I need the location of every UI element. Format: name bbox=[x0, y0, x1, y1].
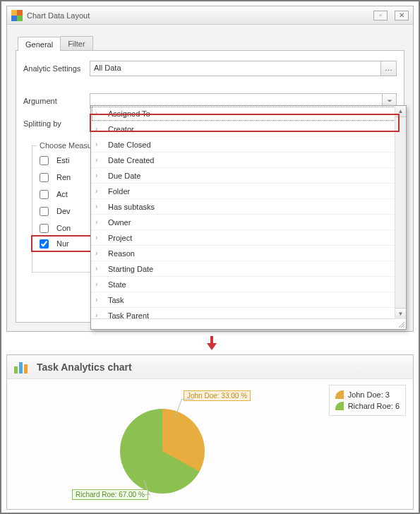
measure-label: Act bbox=[56, 190, 68, 198]
measure-checkbox[interactable] bbox=[40, 207, 49, 216]
chart-legend: John Doe: 3 Richard Roe: 6 bbox=[329, 385, 406, 416]
dropdown-item-label: Folder bbox=[108, 187, 130, 196]
window-close-button[interactable]: ✕ bbox=[395, 11, 409, 20]
measure-label: Ren bbox=[56, 173, 71, 181]
measure-row[interactable]: Esti bbox=[32, 152, 99, 169]
dropdown-item[interactable]: ›Reason bbox=[91, 246, 406, 261]
argument-label: Argument bbox=[23, 97, 90, 105]
pie-chart bbox=[120, 409, 205, 494]
dropdown-item[interactable]: ›Has subtasks bbox=[91, 199, 406, 215]
dropdown-item[interactable]: ›Task bbox=[91, 292, 406, 308]
task-analytics-chart-panel: Task Analytics chart John Doe: 3 Richard… bbox=[6, 354, 414, 510]
dropdown-item[interactable]: ›Task Parent bbox=[91, 308, 406, 319]
scroll-down-button[interactable]: ▼ bbox=[395, 308, 406, 319]
choose-measures-title: Choose Measur bbox=[37, 141, 97, 150]
dropdown-item[interactable]: ›State bbox=[91, 277, 406, 292]
dropdown-item-label: Due Date bbox=[108, 172, 140, 180]
chevron-right-icon: › bbox=[95, 125, 104, 133]
measure-label: Con bbox=[56, 224, 71, 232]
chevron-right-icon: › bbox=[95, 218, 104, 226]
dropdown-item[interactable]: ›Owner bbox=[91, 215, 406, 230]
measure-label: Nur bbox=[56, 239, 69, 248]
chevron-right-icon: › bbox=[95, 172, 104, 179]
dropdown-item[interactable]: ›Date Created bbox=[91, 153, 406, 168]
dropdown-item-label: Assigned To bbox=[108, 109, 150, 118]
chart-icon bbox=[14, 361, 30, 373]
chevron-right-icon: › bbox=[95, 234, 104, 241]
dropdown-item-label: Date Created bbox=[108, 156, 154, 165]
splitting-by-dropdown-list[interactable]: ›Assigned To›Creator›Date Closed›Date Cr… bbox=[90, 105, 407, 330]
dropdown-item[interactable]: ›Folder bbox=[91, 184, 406, 199]
legend-item-john: John Doe: 3 bbox=[335, 389, 400, 400]
measure-row[interactable]: Ren bbox=[32, 169, 99, 186]
callout-leader-line bbox=[182, 399, 193, 400]
app-icon bbox=[11, 10, 23, 21]
flow-arrow-icon bbox=[1, 332, 420, 354]
dropdown-item-label: Starting Date bbox=[108, 265, 153, 273]
scroll-up-button[interactable]: ▲ bbox=[395, 106, 406, 117]
analytic-settings-field[interactable]: All Data bbox=[90, 61, 381, 76]
choose-measures-group: Choose Measur Esti Ren Act Dev Con Nur bbox=[32, 145, 100, 273]
analytic-settings-label: Analytic Settings bbox=[23, 64, 90, 73]
dropdown-scrollbar[interactable]: ▲ ▼ bbox=[395, 106, 406, 319]
dropdown-item-label: Task Parent bbox=[108, 311, 149, 320]
chart-header: Task Analytics chart bbox=[7, 355, 413, 379]
chart-body: John Doe: 3 Richard Roe: 6 John Doe: 33.… bbox=[7, 379, 413, 509]
legend-swatch-icon bbox=[335, 390, 344, 399]
chevron-right-icon: › bbox=[95, 296, 104, 304]
dropdown-item-label: Owner bbox=[108, 218, 131, 227]
measure-row[interactable]: Dev bbox=[32, 203, 99, 220]
chevron-right-icon: › bbox=[95, 187, 104, 195]
dialog-titlebar: Chart Data Layout ▫ ✕ bbox=[7, 6, 413, 25]
analytic-settings-browse-button[interactable]: … bbox=[381, 61, 397, 76]
dropdown-resize-grip[interactable] bbox=[91, 319, 406, 329]
tab-filter[interactable]: Filter bbox=[60, 36, 92, 50]
dropdown-item[interactable]: ›Starting Date bbox=[91, 261, 406, 277]
measure-label: Esti bbox=[56, 156, 69, 165]
measure-checkbox[interactable] bbox=[40, 239, 49, 249]
legend-label: Richard Roe: 6 bbox=[348, 402, 400, 410]
dropdown-item[interactable]: ›Assigned To bbox=[91, 106, 406, 121]
measure-row[interactable]: Con bbox=[32, 220, 99, 237]
dropdown-item-label: Has subtasks bbox=[108, 203, 155, 211]
dropdown-item[interactable]: ›Project bbox=[91, 230, 406, 246]
dropdown-item[interactable]: ›Creator bbox=[91, 121, 406, 137]
dropdown-item-label: Task bbox=[108, 296, 124, 304]
chart-title: Task Analytics chart bbox=[37, 361, 132, 373]
chart-data-layout-dialog: Chart Data Layout ▫ ✕ General Filter Ana… bbox=[6, 6, 414, 332]
dropdown-item-label: Reason bbox=[108, 249, 135, 258]
dropdown-item-label: Date Closed bbox=[108, 141, 151, 149]
measure-checkbox[interactable] bbox=[40, 224, 49, 233]
dropdown-item-label: Project bbox=[108, 234, 132, 242]
chevron-right-icon: › bbox=[95, 141, 104, 148]
chevron-right-icon: › bbox=[95, 109, 104, 117]
measure-checkbox[interactable] bbox=[40, 190, 49, 199]
chevron-right-icon: › bbox=[95, 265, 104, 273]
legend-label: John Doe: 3 bbox=[348, 390, 390, 399]
measure-label: Dev bbox=[56, 207, 71, 215]
tab-strip: General Filter bbox=[18, 33, 404, 50]
measure-checkbox[interactable] bbox=[40, 156, 49, 165]
dropdown-item[interactable]: ›Date Closed bbox=[91, 137, 406, 153]
measure-checkbox[interactable] bbox=[40, 173, 49, 182]
chevron-right-icon: › bbox=[95, 249, 104, 257]
chevron-right-icon: › bbox=[95, 280, 104, 288]
dropdown-item-label: Creator bbox=[108, 125, 134, 133]
window-restore-button[interactable]: ▫ bbox=[373, 11, 388, 20]
chevron-right-icon: › bbox=[95, 203, 104, 210]
dropdown-item[interactable]: ›Due Date bbox=[91, 168, 406, 184]
dropdown-item-label: State bbox=[108, 280, 126, 289]
chevron-right-icon: › bbox=[95, 156, 104, 164]
splitting-by-label: Splitting by bbox=[23, 119, 90, 128]
measure-row[interactable]: Act bbox=[32, 186, 99, 203]
legend-item-richard: Richard Roe: 6 bbox=[335, 400, 400, 412]
tab-general[interactable]: General bbox=[18, 37, 61, 51]
legend-swatch-icon bbox=[335, 402, 344, 410]
chevron-right-icon: › bbox=[95, 311, 104, 319]
callout-john: John Doe: 33.00 % bbox=[184, 390, 251, 401]
callout-richard: Richard Roe: 67.00 % bbox=[72, 489, 148, 500]
dialog-title: Chart Data Layout bbox=[27, 11, 373, 20]
